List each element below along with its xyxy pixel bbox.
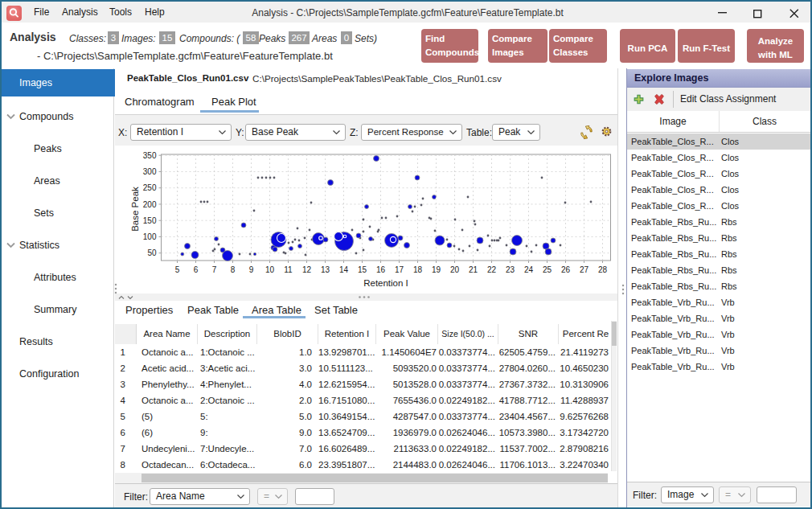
svg-text:Base Peak: Base Peak bbox=[130, 187, 140, 232]
svg-text:13: 13 bbox=[321, 265, 330, 274]
svg-text:20: 20 bbox=[450, 265, 460, 274]
svg-text:300: 300 bbox=[143, 167, 157, 176]
svg-text:25: 25 bbox=[543, 265, 552, 274]
svg-text:27: 27 bbox=[580, 265, 589, 274]
svg-text:100: 100 bbox=[143, 232, 157, 241]
svg-text:11: 11 bbox=[284, 265, 293, 274]
svg-text:200: 200 bbox=[143, 200, 157, 209]
svg-text:9: 9 bbox=[249, 265, 254, 274]
svg-text:16: 16 bbox=[376, 265, 386, 274]
svg-text:21: 21 bbox=[469, 265, 478, 274]
svg-text:24: 24 bbox=[524, 265, 534, 274]
svg-text:350: 350 bbox=[143, 151, 157, 160]
svg-text:12: 12 bbox=[302, 265, 312, 274]
svg-text:18: 18 bbox=[413, 265, 423, 274]
svg-text:10: 10 bbox=[265, 265, 275, 274]
svg-text:28: 28 bbox=[598, 265, 608, 274]
svg-text:7: 7 bbox=[212, 265, 217, 274]
svg-text:Retention I: Retention I bbox=[363, 278, 408, 288]
svg-text:50: 50 bbox=[147, 248, 157, 257]
svg-text:19: 19 bbox=[432, 265, 441, 274]
svg-text:8: 8 bbox=[231, 265, 236, 274]
svg-text:15: 15 bbox=[358, 265, 367, 274]
svg-text:6: 6 bbox=[194, 265, 199, 274]
svg-text:250: 250 bbox=[143, 183, 157, 192]
svg-text:5: 5 bbox=[175, 265, 180, 274]
svg-text:14: 14 bbox=[339, 265, 349, 274]
svg-text:150: 150 bbox=[143, 216, 157, 225]
svg-text:23: 23 bbox=[506, 265, 515, 274]
svg-text:22: 22 bbox=[487, 265, 497, 274]
svg-text:17: 17 bbox=[395, 265, 404, 274]
svg-text:26: 26 bbox=[561, 265, 571, 274]
